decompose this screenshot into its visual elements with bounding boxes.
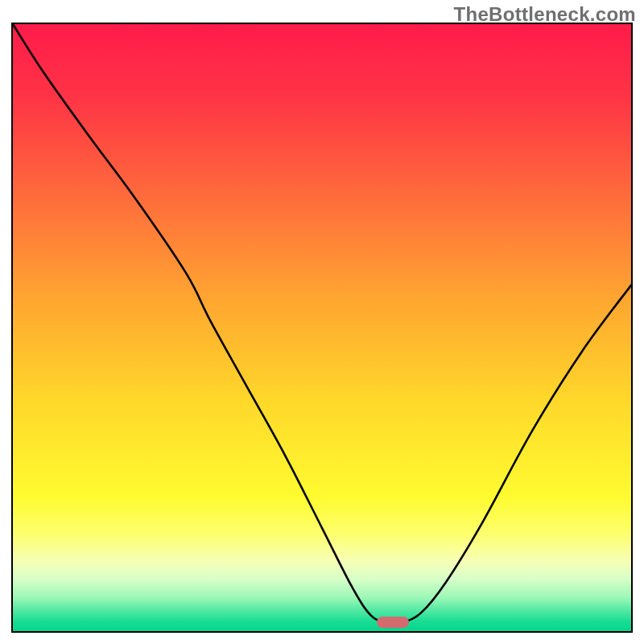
optimal-marker [377, 617, 409, 628]
svg-rect-0 [13, 24, 631, 631]
gradient-background [13, 24, 631, 631]
chart-stage: TheBottleneck.com [0, 0, 644, 644]
watermark-text: TheBottleneck.com [454, 3, 636, 26]
plot-frame [11, 23, 633, 633]
